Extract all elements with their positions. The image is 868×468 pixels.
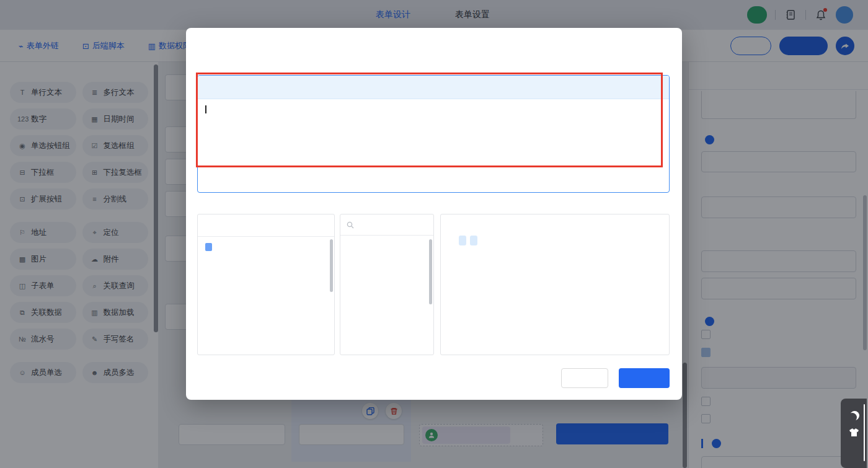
floating-tool-widget[interactable] [841, 399, 867, 468]
example-field-chip [470, 236, 477, 245]
variables-tabs [198, 214, 334, 237]
formula-editor[interactable] [197, 75, 670, 193]
formula-target [198, 76, 669, 99]
confirm-button[interactable] [619, 368, 670, 388]
variables-scrollbar[interactable] [330, 239, 333, 292]
variables-panel [197, 214, 335, 355]
dark-mode-moon-icon[interactable] [848, 413, 857, 422]
function-tree [340, 236, 433, 254]
tips-panel [440, 214, 670, 355]
cancel-button[interactable] [561, 368, 608, 388]
text-cursor [205, 105, 206, 113]
functions-panel [340, 214, 434, 355]
example-field-chip [459, 236, 466, 245]
formula-body[interactable] [198, 99, 669, 121]
form-icon [205, 243, 212, 251]
tip-line-2 [452, 234, 658, 247]
form-root-node[interactable] [198, 239, 334, 255]
functions-scrollbar[interactable] [429, 239, 432, 304]
search-icon [347, 221, 354, 229]
theme-shirt-icon[interactable] [849, 428, 859, 437]
widget-scrollbar [864, 404, 865, 461]
function-group-common[interactable] [347, 239, 433, 254]
formula-edit-modal [186, 28, 682, 400]
app-window: 表单设计 表单设置 ⌁ 表单外链 ⊡ 后端脚本 ▥ 数据权限 [0, 0, 868, 468]
function-search-input[interactable] [340, 214, 433, 236]
